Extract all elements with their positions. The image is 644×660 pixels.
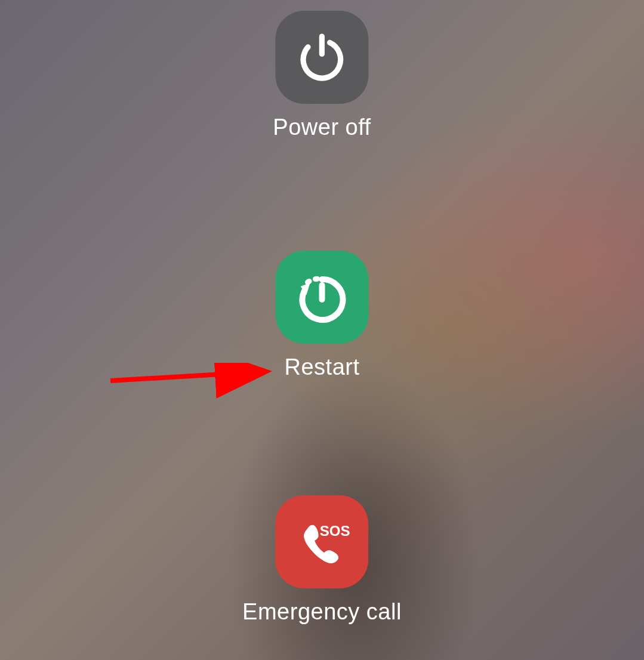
power-off-label: Power off xyxy=(273,115,371,140)
restart-label: Restart xyxy=(285,354,360,380)
power-off-button[interactable]: Power off xyxy=(273,11,371,140)
phone-sos-icon: SOS xyxy=(275,495,368,588)
emergency-call-label: Emergency call xyxy=(242,599,402,625)
restart-icon xyxy=(276,251,369,344)
power-icon xyxy=(276,11,369,104)
restart-button[interactable]: Restart xyxy=(276,251,369,380)
svg-text:SOS: SOS xyxy=(320,523,350,539)
annotation-arrow xyxy=(107,363,281,399)
emergency-call-button[interactable]: SOS Emergency call xyxy=(242,495,402,625)
svg-line-6 xyxy=(110,372,263,381)
